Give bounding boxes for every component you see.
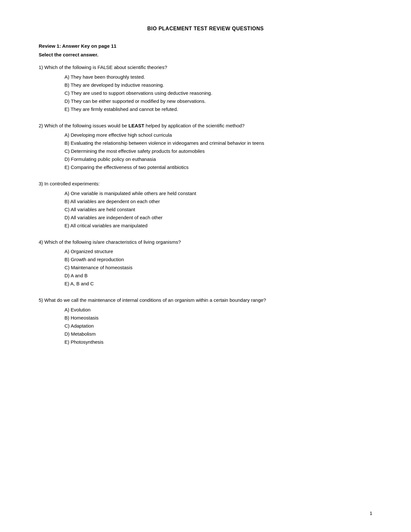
answers-list: A) Evolution B) Homeostasis C) Adaptatio…: [39, 306, 372, 346]
question-number: 2): [39, 123, 44, 128]
questions-list: 1) Which of the following is FALSE about…: [39, 64, 372, 346]
answer-option: D) Metabolism: [64, 330, 372, 338]
question-number: 4): [39, 239, 44, 245]
question-body: In controlled experiments:: [44, 181, 100, 186]
answer-option: E) All critical variables are manipulate…: [64, 222, 372, 230]
question-item: 4) Which of the following is/are charact…: [39, 239, 372, 288]
answer-option: A) They have been thoroughly tested.: [64, 73, 372, 81]
question-body: What do we call the maintenance of inter…: [44, 297, 266, 303]
review-header: Review 1: Answer Key on page 11: [39, 43, 372, 49]
answer-option: D) A and B: [64, 272, 372, 280]
question-number: 1): [39, 64, 44, 70]
answer-option: A) Organized structure: [64, 248, 372, 255]
question-body: Which of the following is/are characteri…: [44, 239, 181, 245]
question-number: 5): [39, 297, 44, 303]
answer-option: C) Maintenance of homeostasis: [64, 264, 372, 271]
question-text: 3) In controlled experiments:: [39, 180, 372, 188]
answers-list: A) Developing more effective high school…: [39, 131, 372, 171]
answer-option: A) Evolution: [64, 306, 372, 314]
question-number: 3): [39, 181, 44, 186]
answers-list: A) One variable is manipulated while oth…: [39, 190, 372, 230]
answer-option: D) All variables are independent of each…: [64, 214, 372, 222]
answer-option: E) They are firmly established and canno…: [64, 105, 372, 113]
question-text: 4) Which of the following is/are charact…: [39, 239, 372, 246]
question-text: 1) Which of the following is FALSE about…: [39, 64, 372, 71]
answer-option: B) They are developed by inductive reaso…: [64, 81, 372, 89]
page-title: BIO PLACEMENT TEST REVIEW QUESTIONS: [39, 26, 372, 32]
answer-option: C) Adaptation: [64, 322, 372, 330]
answer-option: B) Evaluating the relationship between v…: [64, 139, 372, 147]
answer-option: A) Developing more effective high school…: [64, 131, 372, 139]
answers-list: A) Organized structure B) Growth and rep…: [39, 248, 372, 288]
page: BIO PLACEMENT TEST REVIEW QUESTIONS Revi…: [0, 0, 411, 532]
answer-option: D) Formulating public policy on euthanas…: [64, 155, 372, 163]
question-item: 3) In controlled experiments: A) One var…: [39, 180, 372, 230]
page-number: 1: [370, 510, 372, 516]
question-body: Which of the following issues would be L…: [44, 123, 245, 128]
question-item: 5) What do we call the maintenance of in…: [39, 297, 372, 346]
answer-option: C) All variables are held constant: [64, 206, 372, 213]
question-item: 1) Which of the following is FALSE about…: [39, 64, 372, 113]
answers-list: A) They have been thoroughly tested. B) …: [39, 73, 372, 113]
select-instruction: Select the correct answer.: [39, 52, 372, 57]
answer-option: D) They can be either supported or modif…: [64, 97, 372, 105]
question-text: 5) What do we call the maintenance of in…: [39, 297, 372, 304]
answer-option: C) Determining the most effective safety…: [64, 147, 372, 155]
answer-option: B) Homeostasis: [64, 314, 372, 322]
answer-option: A) One variable is manipulated while oth…: [64, 190, 372, 197]
answer-option: E) A, B and C: [64, 280, 372, 288]
answer-option: E) Photosynthesis: [64, 338, 372, 346]
answer-option: B) All variables are dependent on each o…: [64, 198, 372, 205]
answer-option: C) They are used to support observations…: [64, 89, 372, 97]
answer-option: E) Comparing the effectiveness of two po…: [64, 163, 372, 171]
answer-option: B) Growth and reproduction: [64, 256, 372, 263]
question-text: 2) Which of the following issues would b…: [39, 122, 372, 130]
question-body: Which of the following is FALSE about sc…: [44, 64, 167, 70]
question-item: 2) Which of the following issues would b…: [39, 122, 372, 172]
